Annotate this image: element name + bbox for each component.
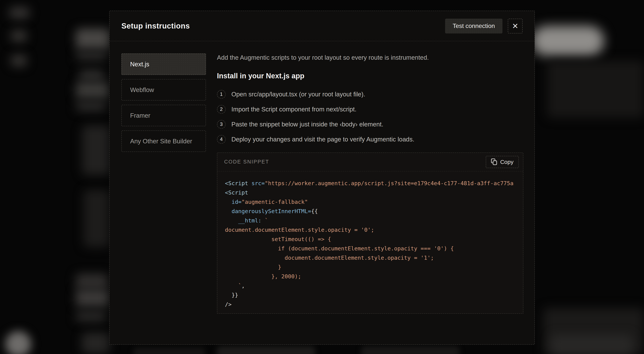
code-line: } [225, 262, 523, 272]
code-snippet-panel: CODE SNIPPET Copy <Script src="https://w… [217, 152, 523, 314]
section-heading: Install in your Next.js app [217, 72, 523, 80]
step-number-badge: 4 [217, 135, 226, 144]
tab-any-other-site-builder[interactable]: Any Other Site Builder [122, 130, 206, 152]
setup-instructions-modal: Setup instructions Test connection ✕ Nex… [109, 11, 535, 345]
step-text: Paste the snippet below just inside the … [232, 121, 383, 128]
instructions-content: Add the Augmentic scripts to your root l… [217, 54, 523, 314]
code-line: document.documentElement.style.opacity =… [225, 253, 523, 262]
modal-header: Setup instructions Test connection ✕ [110, 11, 534, 41]
intro-text: Add the Augmentic scripts to your root l… [217, 54, 523, 62]
code-line: <Script src="https://worker.augmentic.ap… [225, 179, 523, 188]
step-item: 2 Import the Script component from next/… [217, 105, 523, 114]
code-line: __html: ` [225, 216, 523, 225]
copy-button[interactable]: Copy [486, 156, 519, 168]
platform-tabs: Next.js Webflow Framer Any Other Site Bu… [122, 54, 206, 314]
tab-webflow[interactable]: Webflow [122, 79, 206, 101]
header-actions: Test connection ✕ [445, 19, 522, 34]
close-button[interactable]: ✕ [508, 19, 522, 34]
step-text: Deploy your changes and visit the page t… [232, 136, 414, 143]
code-line: if (document.documentElement.style.opaci… [225, 244, 523, 253]
step-number-badge: 2 [217, 105, 226, 114]
tab-nextjs[interactable]: Next.js [122, 54, 206, 75]
code-line: `, [225, 281, 523, 290]
code-line: }, 2000); [225, 272, 523, 281]
step-item: 3 Paste the snippet below just inside th… [217, 120, 523, 129]
modal-title: Setup instructions [122, 22, 190, 30]
step-text: Open src/app/layout.tsx (or your root la… [232, 91, 365, 98]
tab-framer[interactable]: Framer [122, 105, 206, 126]
close-icon: ✕ [512, 22, 518, 30]
code-snippet-label: CODE SNIPPET [224, 159, 269, 165]
modal-body: Next.js Webflow Framer Any Other Site Bu… [110, 41, 534, 314]
code-line: document.documentElement.style.opacity =… [225, 225, 523, 235]
modal-overlay: Setup instructions Test connection ✕ Nex… [0, 0, 644, 354]
code-snippet: <Script src="https://worker.augmentic.ap… [217, 171, 523, 309]
step-number-badge: 3 [217, 120, 226, 129]
step-item: 4 Deploy your changes and visit the page… [217, 135, 523, 144]
code-line: }} [225, 290, 523, 300]
setup-steps: 1 Open src/app/layout.tsx (or your root … [217, 90, 523, 144]
step-item: 1 Open src/app/layout.tsx (or your root … [217, 90, 523, 99]
code-line: setTimeout(() => { [225, 235, 523, 244]
code-line: <Script [225, 188, 523, 197]
copy-button-label: Copy [500, 159, 514, 165]
code-line: /> [225, 300, 523, 309]
code-line: dangerouslySetInnerHTML={{ [225, 207, 523, 216]
copy-icon [491, 159, 498, 165]
step-text: Import the Script component from next/sc… [232, 106, 356, 113]
step-number-badge: 1 [217, 90, 226, 99]
code-snippet-header: CODE SNIPPET Copy [217, 153, 523, 171]
test-connection-button[interactable]: Test connection [445, 19, 502, 34]
code-line: id="augmentic-fallback" [225, 197, 523, 207]
